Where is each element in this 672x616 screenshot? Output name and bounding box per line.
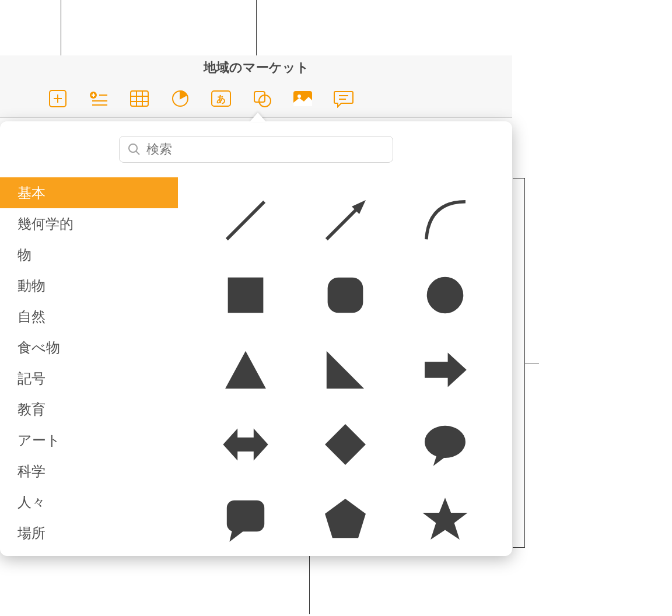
sidebar-item-nature[interactable]: 自然	[0, 301, 178, 332]
add-page-button[interactable]	[47, 89, 69, 108]
shapes-icon	[252, 89, 272, 108]
svg-marker-39	[229, 530, 243, 541]
sidebar-item-art[interactable]: アート	[0, 425, 178, 456]
sidebar-item-label: 動物	[18, 276, 46, 295]
title-bar: 地域のマーケット	[0, 55, 512, 80]
text-button[interactable]: あ	[210, 89, 232, 108]
sidebar-item-activities[interactable]: 活動	[0, 548, 178, 556]
shape-button[interactable]	[251, 89, 273, 108]
search-row	[0, 121, 512, 177]
shape-pentagon[interactable]	[295, 482, 395, 556]
callout-line	[309, 556, 310, 614]
svg-rect-28	[228, 278, 263, 313]
image-icon	[292, 90, 313, 107]
document-title: 地域のマーケット	[204, 59, 309, 76]
svg-line-26	[326, 205, 360, 239]
pie-icon	[171, 89, 190, 108]
svg-marker-33	[425, 353, 467, 387]
sidebar-item-label: アート	[18, 431, 61, 450]
callout-line	[256, 0, 257, 55]
svg-marker-41	[422, 498, 467, 540]
callout-tick	[525, 363, 539, 363]
svg-rect-38	[226, 501, 264, 531]
sidebar-item-label: 記号	[18, 369, 46, 388]
chart-button[interactable]	[169, 89, 191, 108]
sidebar-item-label: 基本	[18, 184, 46, 202]
sidebar-item-symbols[interactable]: 記号	[0, 363, 178, 394]
svg-line-24	[136, 151, 139, 155]
shape-star[interactable]	[395, 482, 495, 556]
shape-right-triangle[interactable]	[295, 332, 395, 407]
sidebar-item-label: 科学	[18, 462, 46, 481]
sidebar-item-education[interactable]: 教育	[0, 394, 178, 425]
shape-arrow-right[interactable]	[395, 332, 495, 407]
sidebar-item-label: 自然	[18, 307, 46, 326]
plus-box-icon	[48, 89, 68, 108]
svg-rect-29	[327, 278, 363, 313]
svg-text:あ: あ	[216, 94, 226, 104]
sidebar-item-label: 人々	[18, 493, 46, 512]
sidebar-item-places[interactable]: 場所	[0, 517, 178, 548]
sidebar-item-objects[interactable]: 物	[0, 239, 178, 270]
popover-arrow	[250, 113, 266, 122]
svg-point-23	[129, 144, 137, 152]
comment-icon	[333, 89, 354, 108]
svg-line-25	[226, 202, 264, 239]
svg-point-20	[298, 94, 301, 98]
sidebar-item-label: 場所	[18, 524, 46, 542]
shape-speech-rect[interactable]	[195, 482, 295, 556]
shape-line[interactable]	[195, 183, 295, 258]
callout-line	[61, 0, 61, 55]
svg-marker-32	[326, 351, 363, 388]
shape-rounded-square[interactable]	[295, 258, 395, 332]
table-button[interactable]	[128, 89, 150, 108]
shape-diamond[interactable]	[295, 407, 395, 482]
sidebar-item-label: 食べ物	[18, 338, 60, 357]
category-sidebar[interactable]: 基本 幾何学的 物 動物 自然 食べ物 記号 教育 アート 科学 人々 場所 活…	[0, 177, 178, 556]
sidebar-item-label: 物	[18, 246, 32, 264]
insert-button[interactable]	[88, 89, 110, 108]
shape-popover: 基本 幾何学的 物 動物 自然 食べ物 記号 教育 アート 科学 人々 場所 活…	[0, 121, 512, 556]
table-icon	[130, 90, 149, 107]
search-input[interactable]	[146, 142, 384, 157]
plus-list-icon	[89, 90, 108, 107]
sidebar-item-label: 幾何学的	[18, 215, 74, 233]
shape-curve[interactable]	[395, 183, 495, 258]
sidebar-item-food[interactable]: 食べ物	[0, 332, 178, 363]
sidebar-item-people[interactable]: 人々	[0, 487, 178, 517]
sidebar-item-science[interactable]: 科学	[0, 456, 178, 487]
shape-square[interactable]	[195, 258, 295, 332]
svg-marker-34	[223, 428, 268, 460]
svg-marker-31	[225, 351, 266, 388]
text-box-icon: あ	[211, 90, 232, 107]
sidebar-item-geometric[interactable]: 幾何学的	[0, 208, 178, 239]
svg-rect-9	[131, 91, 148, 106]
svg-marker-37	[433, 454, 446, 466]
sidebar-item-animals[interactable]: 動物	[0, 270, 178, 301]
svg-point-36	[425, 426, 466, 458]
svg-point-30	[426, 277, 463, 314]
shape-circle[interactable]	[395, 258, 495, 332]
shape-speech-oval[interactable]	[395, 407, 495, 482]
app-window: 地域のマーケット	[0, 55, 512, 118]
sidebar-item-label: 活動	[18, 555, 46, 556]
svg-marker-40	[325, 499, 366, 538]
shape-double-arrow[interactable]	[195, 407, 295, 482]
search-icon	[128, 143, 141, 156]
shape-triangle[interactable]	[195, 332, 295, 407]
shapes-grid[interactable]	[178, 177, 512, 556]
sidebar-item-label: 教育	[18, 400, 46, 419]
shape-arrow-line[interactable]	[295, 183, 395, 258]
search-box[interactable]	[119, 136, 393, 163]
svg-marker-35	[325, 424, 366, 465]
media-button[interactable]	[292, 89, 314, 108]
sidebar-item-basic[interactable]: 基本	[0, 177, 178, 208]
comment-button[interactable]	[332, 89, 355, 108]
popover-body: 基本 幾何学的 物 動物 自然 食べ物 記号 教育 アート 科学 人々 場所 活…	[0, 177, 512, 556]
